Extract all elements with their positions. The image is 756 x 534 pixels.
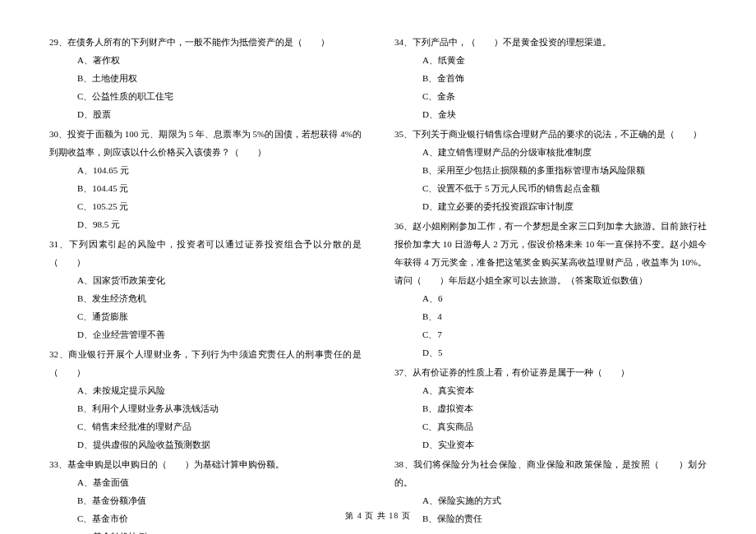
option-b: B、发生经济危机: [49, 289, 362, 307]
option-d: D、5: [394, 343, 707, 361]
question-text: 38、我们将保险分为社会保险、商业保险和政策保险，是按照（ ）划分的。: [394, 455, 707, 491]
question-text: 29、在债务人所有的下列财产中，一般不能作为抵偿资产的是（ ）: [49, 33, 362, 51]
question-text: 31、下列因素引起的风险中，投资者可以通过证券投资组合予以分散的是（ ）: [49, 235, 362, 271]
option-a: A、104.65 元: [49, 161, 362, 179]
option-b: B、4: [394, 307, 707, 325]
option-a: A、6: [394, 289, 707, 307]
question-36: 36、赵小姐刚刚参加工作，有一个梦想是全家三口到加拿大旅游。目前旅行社报价加拿大…: [394, 217, 707, 361]
option-b: B、虚拟资本: [394, 399, 707, 417]
option-a: A、著作权: [49, 51, 362, 69]
option-c: C、设置不低于 5 万元人民币的销售起点金额: [394, 179, 707, 197]
left-column: 29、在债务人所有的下列财产中，一般不能作为抵偿资产的是（ ） A、著作权 B、…: [49, 33, 362, 493]
question-text: 34、下列产品中，（ ）不是黄金投资的理想渠道。: [394, 33, 707, 51]
option-d: D、金块: [394, 105, 707, 123]
question-35: 35、下列关于商业银行销售综合理财产品的要求的说法，不正确的是（ ） A、建立销…: [394, 125, 707, 215]
question-text: 33、基金申购是以申购日的（ ）为基础计算申购份额。: [49, 455, 362, 473]
question-text: 37、从有价证券的性质上看，有价证券是属于一种（ ）: [394, 363, 707, 381]
question-32: 32、商业银行开展个人理财业务，下列行为中须追究责任人的刑事责任的是（ ） A、…: [49, 345, 362, 453]
option-a: A、真实资本: [394, 381, 707, 399]
option-a: A、未按规定提示风险: [49, 381, 362, 399]
question-30: 30、投资于面额为 100 元、期限为 5 年、息票率为 5%的国债，若想获得 …: [49, 125, 362, 233]
option-a: A、纸黄金: [394, 51, 707, 69]
option-c: C、销售未经批准的理财产品: [49, 417, 362, 435]
page-footer: 第 4 页 共 18 页: [0, 510, 756, 522]
option-d: D、股票: [49, 105, 362, 123]
option-b: B、土地使用权: [49, 69, 362, 87]
page-content: 29、在债务人所有的下列财产中，一般不能作为抵偿资产的是（ ） A、著作权 B、…: [49, 33, 707, 493]
option-a: A、保险实施的方式: [394, 491, 707, 509]
question-31: 31、下列因素引起的风险中，投资者可以通过证券投资组合予以分散的是（ ） A、国…: [49, 235, 362, 343]
option-b: B、基金份额净值: [49, 491, 362, 509]
option-c: C、公益性质的职工住宅: [49, 87, 362, 105]
option-b: B、利用个人理财业务从事洗钱活动: [49, 399, 362, 417]
question-text: 36、赵小姐刚刚参加工作，有一个梦想是全家三口到加拿大旅游。目前旅行社报价加拿大…: [394, 217, 707, 289]
option-a: A、建立销售理财产品的分级审核批准制度: [394, 143, 707, 161]
option-a: A、基金面值: [49, 473, 362, 491]
option-c: C、105.25 元: [49, 197, 362, 215]
option-b: B、采用至少包括止损限额的多重指标管理市场风险限额: [394, 161, 707, 179]
question-34: 34、下列产品中，（ ）不是黄金投资的理想渠道。 A、纸黄金 B、金首饰 C、金…: [394, 33, 707, 123]
option-c: C、通货膨胀: [49, 307, 362, 325]
option-d: D、实业资本: [394, 435, 707, 453]
option-d: D、企业经营管理不善: [49, 325, 362, 343]
option-d: D、基金转换比例: [49, 527, 362, 534]
question-text: 30、投资于面额为 100 元、期限为 5 年、息票率为 5%的国债，若想获得 …: [49, 125, 362, 161]
option-d: D、建立必要的委托投资跟踪审计制度: [394, 197, 707, 215]
option-d: D、提供虚假的风险收益预测数据: [49, 435, 362, 453]
option-b: B、金首饰: [394, 69, 707, 87]
option-c: C、真实商品: [394, 417, 707, 435]
question-37: 37、从有价证券的性质上看，有价证券是属于一种（ ） A、真实资本 B、虚拟资本…: [394, 363, 707, 453]
option-d: D、98.5 元: [49, 215, 362, 233]
option-b: B、104.45 元: [49, 179, 362, 197]
question-29: 29、在债务人所有的下列财产中，一般不能作为抵偿资产的是（ ） A、著作权 B、…: [49, 33, 362, 123]
question-text: 35、下列关于商业银行销售综合理财产品的要求的说法，不正确的是（ ）: [394, 125, 707, 143]
right-column: 34、下列产品中，（ ）不是黄金投资的理想渠道。 A、纸黄金 B、金首饰 C、金…: [394, 33, 707, 493]
option-a: A、国家货币政策变化: [49, 271, 362, 289]
option-c: C、7: [394, 325, 707, 343]
question-33: 33、基金申购是以申购日的（ ）为基础计算申购份额。 A、基金面值 B、基金份额…: [49, 455, 362, 534]
question-text: 32、商业银行开展个人理财业务，下列行为中须追究责任人的刑事责任的是（ ）: [49, 345, 362, 381]
option-c: C、金条: [394, 87, 707, 105]
